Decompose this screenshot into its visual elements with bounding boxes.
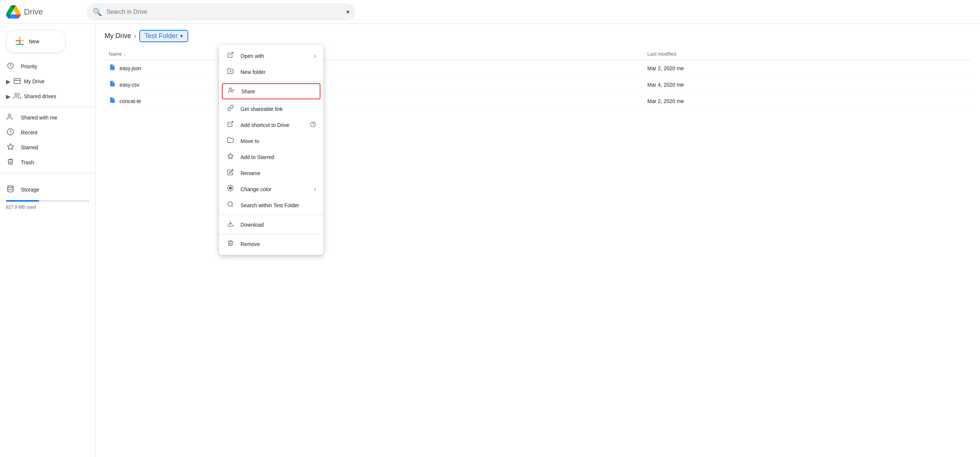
- sidebar: New Priority ▶ My Drive ▶ Shared drives: [0, 24, 95, 457]
- menu-item-label: Rename: [240, 170, 260, 176]
- new-button[interactable]: New: [6, 30, 66, 53]
- menu-item-label: Get shareable link: [240, 106, 283, 112]
- sidebar-item-shared-with-me[interactable]: Shared with me: [0, 110, 89, 125]
- svg-point-10: [229, 88, 232, 90]
- svg-point-3: [8, 114, 11, 116]
- svg-marker-5: [8, 143, 14, 149]
- menu-item-label: New folder: [240, 69, 266, 75]
- sidebar-item-label: Trash: [21, 159, 34, 165]
- menu-item-new-folder[interactable]: New folder: [219, 64, 323, 80]
- menu-item-add-shortcut[interactable]: Add shortcut to Drive: [219, 117, 323, 133]
- color-icon: [226, 185, 235, 194]
- share-icon: [227, 87, 235, 95]
- rename-icon: [226, 169, 235, 177]
- sidebar-item-my-drive[interactable]: ▶ My Drive: [0, 74, 89, 89]
- menu-item-label: Share: [241, 89, 255, 94]
- my-drive-expand-icon: ▶: [6, 78, 10, 85]
- menu-divider-3: [219, 234, 323, 235]
- menu-item-share[interactable]: Share: [222, 83, 320, 99]
- svg-point-2: [15, 93, 18, 95]
- menu-item-download[interactable]: Download: [219, 217, 323, 233]
- storage-item[interactable]: Storage: [6, 182, 89, 197]
- col-modified: Last modified: [643, 48, 971, 60]
- shared-drives-expand-icon: ▶: [6, 93, 10, 100]
- header: Drive 🔍 ▾: [0, 0, 980, 24]
- menu-item-label: Change color: [240, 186, 272, 192]
- sidebar-item-label: Priority: [21, 63, 37, 70]
- file-modified: Mar 4, 2020 me: [643, 76, 971, 93]
- file-modified: Mar 2, 2020 me: [643, 60, 971, 76]
- menu-item-change-color[interactable]: Change color ›: [219, 181, 323, 197]
- svg-point-6: [8, 186, 13, 187]
- storage-icon: [6, 185, 15, 195]
- sidebar-item-trash[interactable]: Trash: [0, 155, 89, 170]
- download-icon: [226, 220, 235, 229]
- breadcrumb-dropdown-icon: ▾: [180, 32, 183, 40]
- svg-line-7: [230, 52, 233, 55]
- search-icon: 🔍: [92, 8, 102, 16]
- sidebar-item-shared-drives[interactable]: ▶ Shared drives: [0, 89, 89, 104]
- file-modified: Mar 2, 2020 me: [643, 93, 971, 109]
- new-button-label: New: [29, 38, 39, 44]
- menu-item-add-starred[interactable]: Add to Starred: [219, 149, 323, 165]
- breadcrumb-separator-icon: ›: [134, 32, 136, 40]
- menu-item-label: Move to: [240, 138, 259, 144]
- trash-icon: [6, 158, 15, 167]
- sidebar-divider: [0, 107, 95, 107]
- sidebar-divider-2: [0, 173, 95, 173]
- menu-item-get-link[interactable]: Get shareable link: [219, 101, 323, 117]
- sidebar-item-starred[interactable]: Starred: [0, 140, 89, 155]
- sidebar-item-label: Shared drives: [24, 94, 56, 99]
- sidebar-item-label: Starred: [21, 144, 38, 151]
- shared-drives-icon: [13, 92, 21, 101]
- svg-line-19: [232, 205, 233, 206]
- file-doc-icon: [109, 97, 116, 105]
- sidebar-item-label: Recent: [21, 130, 37, 135]
- storage-bar-fill: [6, 200, 39, 202]
- sidebar-item-label: My Drive: [24, 78, 45, 84]
- menu-item-move-to[interactable]: Move to: [219, 133, 323, 149]
- help-icon[interactable]: [310, 121, 316, 129]
- menu-item-search-within[interactable]: Search within Test Folder: [219, 197, 323, 213]
- menu-item-label: Search within Test Folder: [240, 202, 299, 208]
- menu-item-open-with[interactable]: Open with ›: [219, 48, 323, 64]
- breadcrumb-current-folder[interactable]: Test Folder ▾: [139, 30, 188, 42]
- file-doc-icon: [109, 64, 116, 73]
- breadcrumb-current-label: Test Folder: [145, 32, 178, 40]
- new-plus-icon: [15, 36, 24, 47]
- search-bar[interactable]: 🔍 ▾: [87, 3, 356, 21]
- remove-icon: [226, 240, 235, 248]
- logo-area: Drive: [6, 5, 81, 19]
- svg-marker-15: [228, 154, 234, 159]
- my-drive-icon: [13, 77, 21, 86]
- content-area: My Drive › Test Folder ▾ Name ↓ Owner: [95, 24, 980, 457]
- storage-used-text: 827.9 MB used: [6, 205, 89, 210]
- submenu-arrow-icon: ›: [314, 52, 316, 59]
- menu-item-rename[interactable]: Rename: [219, 165, 323, 181]
- svg-point-17: [229, 187, 232, 189]
- menu-item-label: Add shortcut to Drive: [240, 122, 290, 128]
- search-dropdown-icon[interactable]: ▾: [346, 8, 350, 16]
- menu-divider-2: [219, 215, 323, 215]
- starred-icon: [6, 143, 15, 152]
- menu-item-label: Download: [240, 222, 264, 228]
- drive-logo-icon: [6, 5, 21, 19]
- file-doc-icon: [109, 80, 116, 89]
- menu-item-remove[interactable]: Remove: [219, 236, 323, 252]
- menu-divider-1: [219, 81, 323, 82]
- storage-label: Storage: [21, 187, 39, 193]
- search-within-icon: [226, 201, 235, 209]
- storage-section: Storage 827.9 MB used: [0, 176, 95, 216]
- svg-point-18: [228, 202, 232, 206]
- search-input[interactable]: [107, 9, 342, 15]
- new-folder-icon: [226, 68, 235, 76]
- menu-item-label: Open with: [240, 53, 264, 59]
- link-icon: [226, 105, 235, 113]
- svg-rect-1: [14, 78, 21, 83]
- sidebar-item-recent[interactable]: Recent: [0, 125, 89, 140]
- sidebar-item-priority[interactable]: Priority: [0, 59, 89, 74]
- shared-with-me-icon: [6, 113, 15, 122]
- storage-bar-background: [6, 200, 89, 202]
- context-menu: Open with › New folder Share: [219, 45, 323, 255]
- breadcrumb-parent[interactable]: My Drive: [105, 32, 131, 40]
